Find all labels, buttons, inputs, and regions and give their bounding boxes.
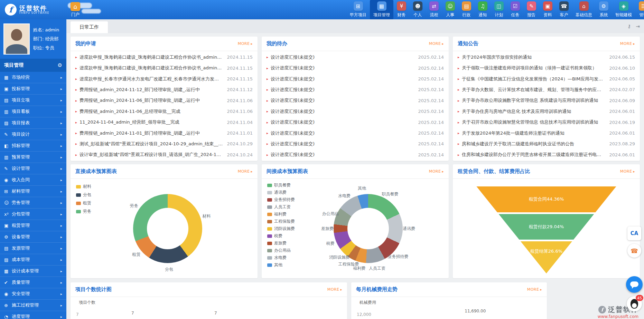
list-item[interactable]: ▸ 设计进度汇报(未提交) 2025.02.14 xyxy=(262,128,449,138)
legend-item[interactable]: 通讯费 xyxy=(267,190,295,195)
item-text[interactable]: 于征集《中国建筑施工行业信息化发展报告（2024）—BIM应用与发展》材料... xyxy=(462,76,605,82)
legend-item[interactable]: 福利费 xyxy=(267,211,295,217)
list-item[interactable]: ▸ 关于举办市政公用设施数字化管理信息 系统建设与应用培训班的通知 2024.0… xyxy=(453,95,640,106)
list-item[interactable]: ▸ 关于发放2024年第24批一级建造师注册证书的通知 2024.06.01 xyxy=(453,128,640,138)
sidebar-menu-item[interactable]: ✎ 项目设计 ▸ xyxy=(0,129,66,140)
list-item[interactable]: ▸ 设计进度汇报(未提交) 2025.02.14 xyxy=(262,74,449,84)
top-nav-item[interactable]: ☻ 个人 xyxy=(410,0,426,19)
sidebar-menu-item[interactable]: ⊕ 施工过程管理 ▸ xyxy=(0,300,66,311)
sidebar-menu-item[interactable]: ▦ 设计成本管理 ▸ xyxy=(0,265,66,277)
list-item[interactable]: ▸ 进度款申报_珠海鹤港口建设_珠海鹤港口建设工程合作协议书_admin_...… xyxy=(71,62,258,73)
watermark-url[interactable]: www.fanpusoft.com xyxy=(598,314,638,319)
item-text[interactable]: 费用报销_admin_2024-11-06_部门经理审批_胡建_,运行中 xyxy=(80,97,223,104)
top-nav-item[interactable]: ▤ 行政 xyxy=(458,0,475,19)
sidebar-menu-item[interactable]: ✔ 质量管理 ▸ xyxy=(0,277,66,288)
qq-service-button[interactable]: 45 xyxy=(627,296,642,311)
item-text[interactable]: 设计进度汇报(未提交) xyxy=(271,108,414,115)
more-link[interactable]: MORE xyxy=(238,41,253,46)
more-link[interactable]: MORE xyxy=(620,41,635,46)
item-text[interactable]: 设计审查_彭祖新城"四馆"景观工程设计项目_请选择_胡广生_2024-10-2.… xyxy=(80,152,223,158)
item-text[interactable]: 费用报销_admin_2024-11-12_部门经理审批_胡建_,运行中 xyxy=(80,87,223,93)
legend-item[interactable]: 分包 xyxy=(76,192,91,198)
item-text[interactable]: 进度款申报_长春市伊通河水力发电厂改建工程_长春市伊通河水力发电... xyxy=(80,76,223,82)
list-item[interactable]: ▸ 费用报销_admin_2024-11-01_部门经理审批_胡建_,运行中 2… xyxy=(71,128,258,138)
item-text[interactable]: 关于领取一级注册建造师培训项目的通知（须持一建证书前来领取） xyxy=(462,65,605,71)
collapse-icon[interactable]: ⇥ xyxy=(636,23,640,29)
item-text[interactable]: 设计进度汇报(未提交) xyxy=(271,119,414,125)
legend-item[interactable]: 业务招待费 xyxy=(267,197,295,203)
customer-service-chat-button[interactable] xyxy=(626,276,643,293)
list-item[interactable]: ▸ 设计审查_彭祖新城"四馆"景观工程设计项目_请选择_胡广生_2024-10-… xyxy=(71,149,258,160)
item-text[interactable]: 住房和城乡建设部办公厅关于同意吉林省开展二级建造师注册证书电子化试点... xyxy=(462,152,605,158)
item-text[interactable]: 关于举办住房与房地产信息化 技术及应用培训班的通知 xyxy=(462,108,605,115)
list-item[interactable]: ▸ 设计进度汇报(未提交) 2025.02.14 xyxy=(262,106,449,117)
list-item[interactable]: ▸ 进度款申报_珠海鹤港口建设_珠海鹤港口建设工程合作协议书_admin_...… xyxy=(71,52,258,62)
top-nav-item[interactable]: ⌂ 基础信息 xyxy=(572,0,596,19)
item-text[interactable]: 设计进度汇报(未提交) xyxy=(271,87,414,93)
nav-item-portal[interactable]: ⌂ 门户 xyxy=(66,1,84,19)
top-nav-item[interactable]: ☎ 客户 xyxy=(556,0,572,19)
sidebar-menu-item[interactable]: ◔ 进度管理 ▸ xyxy=(0,311,66,319)
more-link[interactable]: MORE xyxy=(429,41,444,46)
top-nav-item[interactable]: ◈ 智能建模 xyxy=(612,0,635,19)
item-text[interactable]: 房和城乡建设厅关于取消二级建造师临时执业证书的公告 xyxy=(462,141,605,147)
list-item[interactable]: ▸ 设计进度汇报(未提交) 2025.02.14 xyxy=(262,62,449,73)
sidebar-section-header[interactable]: 项目管理 ⚙ xyxy=(0,59,66,72)
list-item[interactable]: ▸ 测试_彭祖新城"四馆"景观工程设计项目_2024-10-29_admin_结… xyxy=(71,138,258,149)
top-nav-item[interactable]: ▦ 项目管理 xyxy=(370,0,393,19)
sidebar-menu-item[interactable]: ☺ 劳务管理 ▸ xyxy=(0,197,66,209)
sidebar-menu-item[interactable]: ◉ 安全管理 ▸ xyxy=(0,288,66,300)
key-icon[interactable]: ⚷ xyxy=(627,23,631,29)
list-item[interactable]: ▸ 费用报销_admin_2024-11-06_部门经理审批_胡建_,运行中 2… xyxy=(71,95,258,106)
item-text[interactable]: 设计进度汇报(未提交) xyxy=(271,97,414,104)
item-text[interactable]: 设计进度汇报(未提交) xyxy=(271,76,414,82)
item-text[interactable]: 测试_彭祖新城"四馆"景观工程设计项目_2024-10-29_admin_结束_… xyxy=(80,141,223,147)
list-item[interactable]: ▸ 设计进度汇报(未提交) 2025.02.14 xyxy=(262,95,449,106)
list-item[interactable]: ▸ 进度款申报_长春市伊通河水力发电厂改建工程_长春市伊通河水力发电... 20… xyxy=(71,74,258,84)
list-item[interactable]: ▸ 关于举办大数据、云计算技术在城市建设、规划、管理与服务中的应用培训班... … xyxy=(453,84,640,95)
list-item[interactable]: ▸ 费用报销_admin_2024-11-12_部门经理审批_胡建_,运行中 2… xyxy=(71,84,258,95)
top-nav-item[interactable]: ♫ 通知 xyxy=(475,0,491,19)
tab-daily-work[interactable]: 日常工作 xyxy=(71,21,108,33)
top-nav-item[interactable]: ¥ 财务 xyxy=(393,0,410,19)
top-nav-item[interactable]: ✎ 报告 xyxy=(523,0,540,19)
ca-widget[interactable]: CA xyxy=(627,226,641,240)
sidebar-menu-item[interactable]: ▥ 项目看板 ▸ xyxy=(0,106,66,117)
item-text[interactable]: 设计进度汇报(未提交) xyxy=(271,54,414,60)
more-link[interactable]: MORE xyxy=(429,169,444,174)
item-text[interactable]: 进度款申报_珠海鹤港口建设_珠海鹤港口建设工程合作协议书_admin_... xyxy=(80,65,223,71)
sidebar-menu-item[interactable]: ◉ 收入合同 ▸ xyxy=(0,174,66,186)
chart-legend-label[interactable]: 项目个数 xyxy=(79,300,95,306)
list-item[interactable]: ▸ 关于领取一级注册建造师培训项目的通知（须持一建证书前来领取） 2024.06… xyxy=(453,62,640,73)
sidebar-menu-item[interactable]: ▨ 成本管理 ▸ xyxy=(0,254,66,265)
top-nav-item[interactable]: ▣ 资料 xyxy=(540,0,556,19)
sidebar-menu-item[interactable]: ▤ 发票管理 ▸ xyxy=(0,243,66,254)
item-text[interactable]: 费用报销_admin_2024-11-06_总经理审批__完成 xyxy=(80,108,223,115)
item-text[interactable]: 关于2024年国庆节放假安排的通知 xyxy=(462,54,605,60)
settings-gear-icon[interactable]: ⚙ xyxy=(58,62,62,68)
more-link[interactable]: MORE xyxy=(620,169,635,174)
list-item[interactable]: ▸ 关于2024年国庆节放假安排的通知 2024.06.15 xyxy=(453,52,640,62)
sidebar-menu-item[interactable]: ▥ 预算管理 ▸ xyxy=(0,152,66,163)
sidebar-menu-item[interactable]: ✎ 设计管理 ▸ xyxy=(0,163,66,174)
top-nav-item[interactable]: ☺ 人事 xyxy=(442,0,458,19)
sidebar-menu-item[interactable]: ◧ 招标管理 ▸ xyxy=(0,140,66,152)
list-item[interactable]: ▸ 设计进度汇报(未提交) 2025.02.14 xyxy=(262,149,449,160)
sidebar-menu-item[interactable]: ▦ 市场经营 ▸ xyxy=(0,72,66,83)
sidebar-menu-item[interactable]: ⚙ 设备管理 ▸ xyxy=(0,231,66,243)
list-item[interactable]: ▸ 设计进度汇报(未提交) 2025.02.14 xyxy=(262,117,449,127)
sidebar-menu-item[interactable]: ▣ 投标管理 ▸ xyxy=(0,83,66,95)
top-nav-item[interactable]: ⊞ 甲方项目 xyxy=(346,0,370,19)
item-text[interactable]: 关于举办市政公用设施数字化管理信息 系统建设与应用培训班的通知 xyxy=(462,97,605,104)
legend-item[interactable]: 工程保险费 xyxy=(267,219,295,224)
item-text[interactable]: 设计进度汇报(未提交) xyxy=(271,141,414,147)
sidebar-menu-item[interactable]: ▣ 租赁管理 ▸ xyxy=(0,220,66,231)
legend-item[interactable]: 税费 xyxy=(267,233,295,239)
sidebar-menu-item[interactable]: x² 分包管理 ▸ xyxy=(0,209,66,220)
legend-item[interactable]: 租赁 xyxy=(76,200,91,206)
list-item[interactable]: ▸ 11_2024-11-04_admin_经营部_领导审批__完成 2024.… xyxy=(71,117,258,127)
sidebar-menu-item[interactable]: ▤ 项目立项 ▸ xyxy=(0,95,66,106)
item-text[interactable]: 关于召开市政公用设施智慧化管理信息 信息技术与应用培训班的通知 xyxy=(462,119,605,125)
item-text[interactable]: 关于发放2024年第24批一级建造师注册证书的通知 xyxy=(462,130,605,136)
list-item[interactable]: ▸ 设计进度汇报(未提交) 2025.02.14 xyxy=(262,52,449,62)
